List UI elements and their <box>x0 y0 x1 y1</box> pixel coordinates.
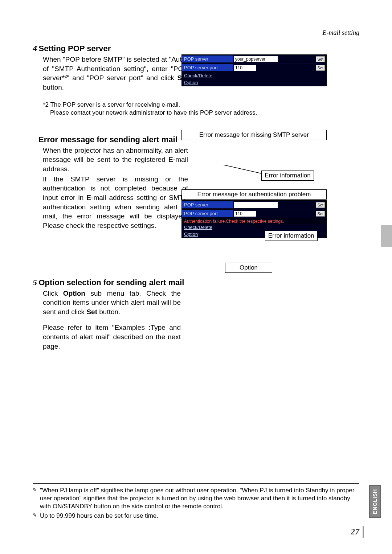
page-number-rule <box>363 526 364 538</box>
step4-title: Setting POP server <box>38 44 111 53</box>
pencil-icon: ✎ <box>33 487 38 493</box>
pop-server-port-label: POP server port <box>182 64 233 71</box>
error-section-p1: When the projector has an abnormality, a… <box>43 146 188 174</box>
pop-server-label-2: POP server <box>182 201 233 209</box>
callout-error-info-2: Error information <box>265 231 318 241</box>
header-rule <box>33 39 359 39</box>
header-title: E-mail setting <box>33 29 359 37</box>
step4-footnote: *2 The POP server is a server for receiv… <box>43 101 359 117</box>
pop-server-input-2[interactable] <box>234 202 278 208</box>
set-button[interactable]: Set <box>316 202 325 208</box>
pop-server-port-input[interactable]: 110 <box>234 65 256 71</box>
svg-line-0 <box>223 165 263 174</box>
pop-server-port-input-2[interactable]: 110 <box>234 211 256 217</box>
pop-server-label: POP server <box>182 56 233 63</box>
option-label-box: Option <box>225 263 272 273</box>
step5-title: Option selection for sending alert mail <box>38 278 184 287</box>
error-section-p2: If the SMTP server is missing or the aut… <box>43 175 188 230</box>
page-number: 27 <box>351 527 359 537</box>
pencil-icon: ✎ <box>33 512 38 518</box>
footer-rule <box>33 483 359 484</box>
step5-p2: Please refer to item "Examples :Type and… <box>43 323 181 351</box>
callout-error-info-1: Error information <box>261 171 314 181</box>
pop-server-input[interactable]: your_popserver <box>234 56 278 62</box>
step5-number: 5 <box>33 278 37 287</box>
callout-auth-problem: Error message for authentication problem <box>181 189 327 200</box>
step4-body: When "POP before SMTP" is selected at "A… <box>43 55 188 92</box>
footer-notes: ✎ "When PJ lamp is off" signifies the la… <box>33 487 359 520</box>
callout-missing-smtp: Error message for missing SMTP server <box>181 130 327 140</box>
pointer-line-1 <box>223 165 266 176</box>
language-tab: ENGLISH <box>369 485 381 518</box>
option-link[interactable]: Option <box>182 79 326 86</box>
pop-server-port-label-2: POP server port <box>182 210 233 217</box>
step5-p1: Click Option sub menu tab. Check the con… <box>43 289 181 317</box>
pop-server-panel: POP server your_popserver Set POP server… <box>181 54 327 86</box>
set-button[interactable]: Set <box>316 211 325 217</box>
set-button[interactable]: Set <box>316 65 325 71</box>
section-tab-gray <box>381 225 392 247</box>
step4-number: 4 <box>33 44 37 53</box>
check-delete-link[interactable]: Check/Delete <box>182 72 326 79</box>
set-button[interactable]: Set <box>316 56 325 62</box>
